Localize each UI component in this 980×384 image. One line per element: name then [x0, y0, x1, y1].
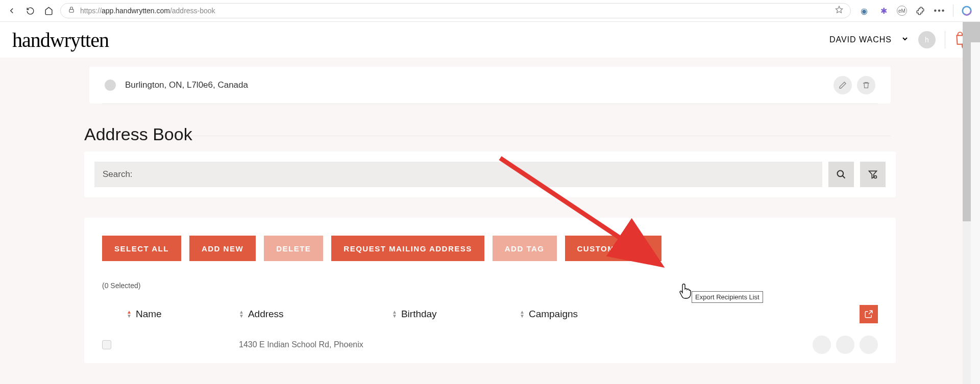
divider [168, 136, 891, 136]
address-dot [105, 80, 116, 91]
divider [945, 31, 945, 48]
search-label: Search: [103, 169, 133, 180]
svg-point-7 [874, 176, 877, 178]
search-panel: Search: [84, 151, 896, 197]
svg-point-4 [838, 171, 844, 177]
page-title: Address Book [84, 124, 980, 144]
extensions-icon[interactable] [914, 5, 926, 17]
search-button[interactable] [828, 162, 854, 187]
address-preview-row: Burlington, ON, L7l0e6, Canada [89, 67, 891, 104]
table-header: ▲▼ Name ▲▼ Address ▲▼ Birthday ▲▼ Campai… [102, 302, 878, 326]
browser-scrollbar-thumb[interactable] [971, 22, 980, 42]
ext-icon-2[interactable]: ✱ [877, 5, 890, 17]
cell-address: 1430 E Indian School Rd, Phoenix [239, 340, 392, 349]
address-preview-text: Burlington, ON, L7l0e6, Canada [125, 80, 248, 90]
cursor-icon [679, 283, 693, 301]
logo[interactable]: handwrytten [12, 28, 109, 52]
divider [102, 104, 878, 104]
row-action-2[interactable] [836, 336, 854, 354]
divider [953, 5, 953, 17]
sort-icon[interactable]: ▲▼ [239, 310, 244, 318]
chevron-down-icon[interactable] [901, 35, 909, 45]
browser-scrollbar[interactable] [971, 22, 980, 384]
row-action-3[interactable] [860, 336, 878, 354]
row-action-1[interactable] [813, 336, 831, 354]
column-birthday[interactable]: ▲▼ Birthday [392, 309, 520, 320]
select-all-button[interactable]: SELECT ALL [102, 236, 181, 261]
filter-button[interactable] [860, 162, 886, 187]
delete-button[interactable] [857, 76, 875, 94]
export-tooltip: Export Recipients List [692, 291, 763, 303]
column-name[interactable]: ▲▼ Name [127, 309, 239, 320]
app-container: handwrytten DAVID WACHS h 1 Burlington, … [0, 22, 980, 384]
table-row: 1430 E Indian School Rd, Phoenix [102, 326, 878, 363]
extension-icons: ◉ ✱ eM ••• [858, 5, 973, 17]
avatar[interactable]: h [918, 31, 936, 48]
back-icon[interactable] [7, 6, 16, 15]
add-new-button[interactable]: ADD NEW [189, 236, 256, 261]
url-text: https://app.handwrytten.com/address-book [80, 7, 830, 15]
sort-icon[interactable]: ▲▼ [392, 310, 397, 318]
row-checkbox[interactable] [102, 340, 111, 349]
svg-line-5 [843, 176, 845, 178]
column-address[interactable]: ▲▼ Address [239, 309, 392, 320]
lock-icon [68, 6, 75, 15]
custom-fields-button[interactable]: CUSTOM FIELDS [565, 236, 662, 261]
button-row: SELECT ALL ADD NEW DELETE REQUEST MAILIN… [102, 236, 878, 261]
search-input[interactable]: Search: [94, 162, 822, 187]
refresh-icon[interactable] [26, 6, 35, 15]
sort-icon[interactable]: ▲▼ [127, 310, 132, 318]
column-campaigns[interactable]: ▲▼ Campaigns [520, 309, 860, 320]
table-panel: SELECT ALL ADD NEW DELETE REQUEST MAILIN… [84, 218, 896, 363]
app-scrollbar[interactable] [963, 22, 971, 384]
app-scrollbar-thumb[interactable] [963, 22, 971, 221]
delete-button[interactable]: DELETE [264, 236, 323, 261]
home-icon[interactable] [44, 6, 53, 15]
svg-marker-1 [836, 6, 842, 13]
selected-count: (0 Selected) [102, 281, 878, 290]
copilot-icon[interactable] [961, 5, 973, 17]
favorite-icon[interactable] [835, 6, 843, 16]
browser-bar: https://app.handwrytten.com/address-book… [0, 0, 980, 22]
header-right: DAVID WACHS h 1 [829, 31, 968, 48]
user-name[interactable]: DAVID WACHS [829, 35, 892, 44]
ext-icon-1[interactable]: ◉ [858, 5, 870, 17]
app-header: handwrytten DAVID WACHS h 1 [0, 22, 980, 58]
request-mailing-button[interactable]: REQUEST MAILING ADDRESS [331, 236, 484, 261]
add-tag-button[interactable]: ADD TAG [493, 236, 557, 261]
url-bar[interactable]: https://app.handwrytten.com/address-book [60, 3, 851, 18]
sort-icon[interactable]: ▲▼ [520, 310, 525, 318]
ext-icon-3[interactable]: eM [897, 6, 907, 16]
content: Burlington, ON, L7l0e6, Canada Address B… [0, 58, 980, 363]
nav-icons [7, 6, 53, 15]
export-button[interactable] [860, 305, 878, 323]
more-icon[interactable]: ••• [934, 5, 946, 17]
edit-button[interactable] [834, 76, 852, 94]
svg-marker-6 [869, 171, 877, 178]
svg-rect-0 [69, 9, 74, 12]
